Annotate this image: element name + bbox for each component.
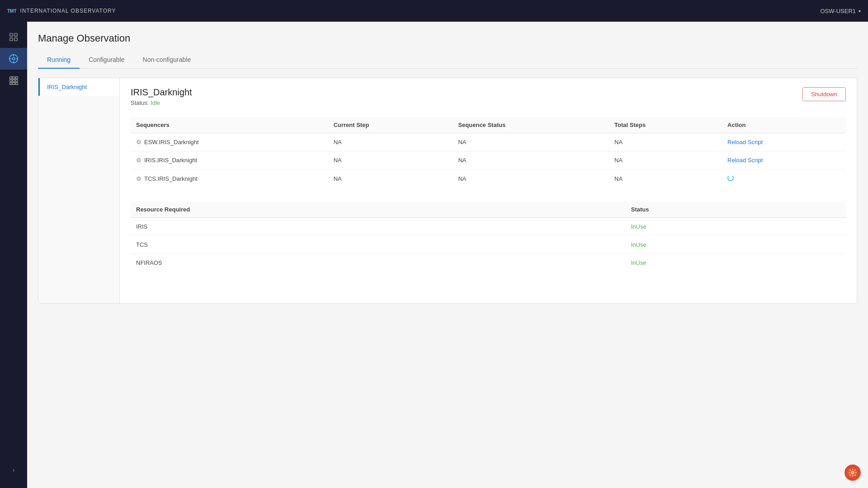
- tab-configurable[interactable]: Configurable: [80, 52, 133, 69]
- svg-point-14: [852, 472, 854, 474]
- action-cell: Reload Script: [722, 151, 846, 169]
- tab-running[interactable]: Running: [38, 52, 80, 69]
- settings-icon[interactable]: [844, 465, 861, 481]
- sidebar-expand-button[interactable]: ›: [0, 461, 27, 479]
- resource-name: NFIRAOS: [131, 254, 626, 272]
- svg-rect-1: [14, 33, 17, 36]
- sequence-status: NA: [453, 133, 609, 151]
- sequencer-table: Sequencers Current Step Sequence Status …: [131, 117, 846, 188]
- reload-script-link[interactable]: Reload Script: [727, 139, 763, 145]
- col-total-steps: Total Steps: [609, 117, 722, 133]
- table-row: ⚙IRIS.IRIS_DarknightNANANAReload Script: [131, 151, 846, 169]
- detail-info: IRIS_Darknight Status: Idle: [131, 87, 192, 106]
- svg-point-4: [12, 57, 15, 60]
- expand-icon: ›: [13, 466, 15, 474]
- table-row: ⚙ESW.IRIS_DarknightNANANAReload Script: [131, 133, 846, 151]
- resource-status: InUse: [626, 218, 846, 236]
- topbar-title: INTERNATIONAL OBSERVATORY: [20, 8, 116, 14]
- svg-rect-11: [10, 83, 12, 85]
- detail-title: IRIS_Darknight: [131, 87, 192, 98]
- tab-non-configurable[interactable]: Non-configurable: [134, 52, 200, 69]
- svg-rect-13: [16, 83, 18, 85]
- detail-status: Status: Idle: [131, 99, 192, 106]
- main-content: Manage Observation Running Configurable …: [27, 22, 868, 488]
- svg-rect-6: [13, 77, 15, 79]
- table-row: TCSInUse: [131, 236, 846, 254]
- action-cell: Reload Script: [722, 133, 846, 151]
- gear-icon: ⚙: [136, 139, 142, 145]
- col-status: Status: [626, 202, 846, 218]
- tmt-text: TMT: [7, 9, 17, 14]
- resource-name: TCS: [131, 236, 626, 254]
- resource-status: InUse: [626, 254, 846, 272]
- action-cell: [722, 169, 846, 188]
- status-label: Status:: [131, 99, 149, 106]
- detail-header: IRIS_Darknight Status: Idle Shutdown: [131, 87, 846, 106]
- tmt-logo: TMT: [7, 9, 17, 14]
- tabs: Running Configurable Non-configurable: [38, 52, 857, 69]
- status-value: Idle: [151, 99, 160, 106]
- svg-rect-7: [16, 77, 18, 79]
- loading-spinner: [727, 175, 734, 181]
- col-sequencers: Sequencers: [131, 117, 328, 133]
- svg-rect-12: [13, 83, 15, 85]
- resource-name: IRIS: [131, 218, 626, 236]
- current-step: NA: [328, 133, 453, 151]
- svg-rect-0: [10, 33, 13, 36]
- topbar-left: TMT INTERNATIONAL OBSERVATORY: [7, 8, 116, 14]
- svg-rect-10: [16, 80, 18, 82]
- svg-rect-2: [10, 38, 13, 41]
- sequencer-name: ⚙ESW.IRIS_Darknight: [131, 133, 328, 151]
- user-menu[interactable]: OSW-USER1 ▾: [821, 8, 861, 14]
- reload-script-link[interactable]: Reload Script: [727, 157, 763, 164]
- sequencer-name: ⚙TCS.IRIS_Darknight: [131, 169, 328, 188]
- table-row: NFIRAOSInUse: [131, 254, 846, 272]
- gear-icon: ⚙: [136, 175, 142, 182]
- sidebar-item-observation[interactable]: [0, 48, 27, 70]
- resource-table: Resource Required Status IRISInUseTCSInU…: [131, 202, 846, 272]
- sequence-status: NA: [453, 169, 609, 188]
- username: OSW-USER1: [821, 8, 856, 14]
- col-sequence-status: Sequence Status: [453, 117, 609, 133]
- col-action: Action: [722, 117, 846, 133]
- total-steps: NA: [609, 169, 722, 188]
- sidebar-item-grid[interactable]: [0, 70, 27, 91]
- sequencer-name: ⚙IRIS.IRIS_Darknight: [131, 151, 328, 169]
- col-resource-required: Resource Required: [131, 202, 626, 218]
- page-title: Manage Observation: [38, 33, 857, 44]
- current-step: NA: [328, 151, 453, 169]
- svg-rect-9: [13, 80, 15, 82]
- svg-rect-5: [10, 77, 12, 79]
- sidebar-item-dashboard[interactable]: [0, 26, 27, 48]
- total-steps: NA: [609, 133, 722, 151]
- table-row: IRISInUse: [131, 218, 846, 236]
- topbar: TMT INTERNATIONAL OBSERVATORY OSW-USER1 …: [0, 0, 868, 22]
- sidebar: ›: [0, 22, 27, 488]
- sequence-list-item[interactable]: IRIS_Darknight: [38, 78, 119, 96]
- shutdown-button[interactable]: Shutdown: [802, 87, 846, 101]
- content-area: IRIS_Darknight IRIS_Darknight Status: Id…: [38, 78, 857, 304]
- sequence-status: NA: [453, 151, 609, 169]
- current-step: NA: [328, 169, 453, 188]
- svg-rect-3: [14, 38, 17, 41]
- total-steps: NA: [609, 151, 722, 169]
- col-current-step: Current Step: [328, 117, 453, 133]
- resource-status: InUse: [626, 236, 846, 254]
- chevron-down-icon: ▾: [859, 9, 861, 14]
- gear-icon: ⚙: [136, 157, 142, 164]
- sequence-detail: IRIS_Darknight Status: Idle Shutdown Seq…: [120, 78, 857, 303]
- svg-rect-8: [10, 80, 12, 82]
- table-row: ⚙TCS.IRIS_DarknightNANANA: [131, 169, 846, 188]
- sequence-list: IRIS_Darknight: [38, 78, 120, 303]
